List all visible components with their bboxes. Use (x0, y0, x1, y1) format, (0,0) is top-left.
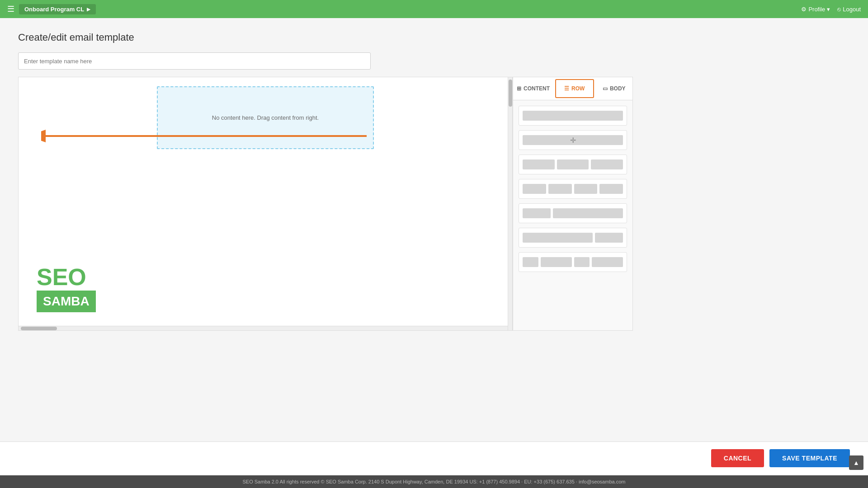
layout-col (541, 257, 572, 267)
layout-row-1col[interactable] (519, 106, 627, 126)
layout-row-3-1-col[interactable] (519, 228, 627, 248)
samba-text: SAMBA (37, 291, 96, 312)
chevron-icon: ▶ (87, 7, 90, 12)
body-icon: ▭ (603, 85, 608, 92)
profile-chevron-icon: ▾ (827, 6, 830, 13)
scrollbar-thumb (509, 80, 512, 107)
profile-button[interactable]: ⚙ Profile ▾ (801, 6, 830, 13)
action-bar: CANCEL SAVE TEMPLATE (0, 441, 868, 474)
tab-body-label: BODY (610, 85, 626, 92)
rows-icon: ☰ (564, 85, 569, 92)
logout-icon: ⎋ (837, 6, 841, 13)
drop-zone[interactable]: No content here. Drag content from right… (157, 86, 374, 149)
tab-row[interactable]: ☰ ROW (555, 79, 594, 98)
tab-content-label: CONTENT (524, 85, 550, 92)
tab-content[interactable]: ⊞ CONTENT (513, 77, 553, 100)
layout-col (523, 257, 538, 267)
layout-col (548, 184, 572, 194)
layout-col (557, 160, 589, 169)
editor-wrapper: No content here. Drag content from right… (18, 77, 633, 331)
tab-row-label: ROW (571, 85, 585, 92)
cursor-indicator: ✛ (570, 136, 576, 145)
layout-col (591, 160, 623, 169)
tab-body[interactable]: ▭ BODY (596, 77, 633, 100)
layout-col: ✛ (523, 135, 623, 145)
layout-col (523, 184, 546, 194)
layout-row-1col-b[interactable]: ✛ (519, 130, 627, 150)
layout-options: ✛ (513, 100, 632, 330)
seo-samba-logo: SEO SAMBA (37, 265, 96, 312)
layout-col (523, 208, 551, 218)
cancel-button[interactable]: CANCEL (711, 449, 764, 467)
layout-row-4col[interactable] (519, 179, 627, 199)
layout-col (574, 184, 598, 194)
brand-label[interactable]: Onboard Program CL ▶ (19, 4, 96, 14)
layout-col (595, 233, 623, 243)
logout-button[interactable]: ⎋ Logout (837, 6, 861, 13)
hscrollbar-thumb (21, 327, 57, 330)
page-main: Create/edit email template No content he… (0, 18, 651, 340)
template-name-input[interactable] (18, 52, 371, 70)
profile-gear-icon: ⚙ (801, 6, 807, 13)
layout-col (574, 257, 590, 267)
topnav-right: ⚙ Profile ▾ ⎋ Logout (801, 6, 861, 13)
layout-col (553, 208, 623, 218)
scroll-top-button[interactable]: ▲ (849, 455, 863, 470)
hamburger-icon[interactable]: ☰ (7, 4, 14, 14)
layout-col (523, 111, 623, 121)
profile-label: Profile (808, 6, 825, 13)
topnav: ☰ Onboard Program CL ▶ ⚙ Profile ▾ ⎋ Log… (0, 0, 868, 18)
page-title: Create/edit email template (18, 32, 633, 43)
brand-text: Onboard Program CL (24, 6, 84, 13)
canvas-hscrollbar[interactable] (19, 326, 508, 330)
right-panel: ⊞ CONTENT ☰ ROW ▭ BODY (513, 77, 632, 330)
page-footer: SEO Samba 2.0 All rights reserved © SEO … (0, 475, 868, 488)
topnav-left: ☰ Onboard Program CL ▶ (7, 4, 96, 14)
grid-icon: ⊞ (517, 85, 521, 92)
layout-col (523, 233, 593, 243)
canvas-scrollbar[interactable] (508, 77, 512, 330)
drop-zone-text: No content here. Drag content from right… (212, 114, 319, 121)
layout-row-1-3-col[interactable] (519, 203, 627, 223)
panel-tabs: ⊞ CONTENT ☰ ROW ▭ BODY (513, 77, 632, 100)
seo-text: SEO (37, 265, 96, 289)
layout-col (523, 160, 555, 169)
layout-row-3col[interactable] (519, 155, 627, 174)
save-template-button[interactable]: SAVE TEMPLATE (769, 449, 850, 467)
footer-text: SEO Samba 2.0 All rights reserved © SEO … (243, 479, 626, 484)
layout-row-mixed-col[interactable] (519, 252, 627, 272)
layout-col (592, 257, 623, 267)
logout-label: Logout (843, 6, 861, 13)
editor-canvas: No content here. Drag content from right… (19, 77, 513, 330)
layout-col (599, 184, 623, 194)
